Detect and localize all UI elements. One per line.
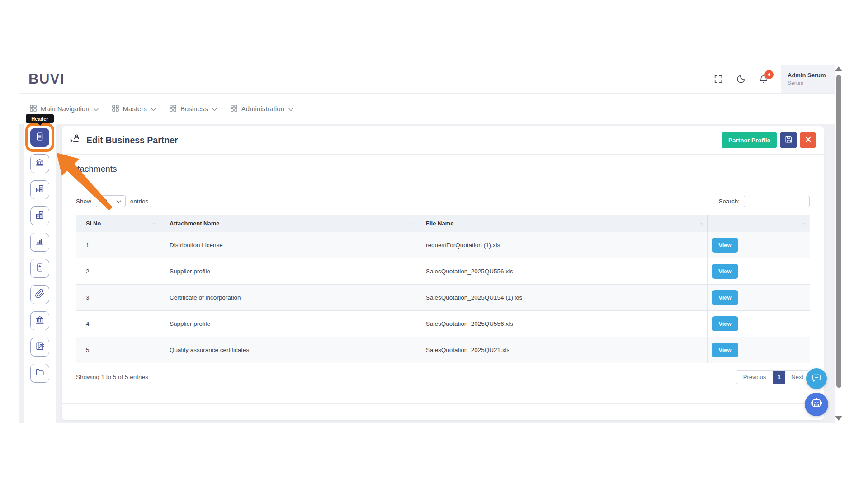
cell-attachment-name: Supplier profile [160,258,416,285]
pagination: Previous 1 Next [736,370,810,384]
robot-icon [810,397,823,412]
sidebar-item-company-2[interactable] [30,206,49,225]
screen: BUVI [0,0,868,488]
content-area: Edit Business Partner Partner Profile At… [19,124,835,423]
entries-label: entries [130,198,149,205]
topbar: BUVI [19,65,835,94]
nav-item-administration[interactable]: Administration [231,105,293,113]
table-row: 2 Supplier profile SalesQuotation_2025QU… [76,258,810,285]
page-size-select[interactable]: 10 [96,195,126,207]
cell-sl-no: 2 [76,258,160,285]
header-tooltip: Header [26,114,54,123]
search-input[interactable] [744,196,810,207]
partner-profile-button[interactable]: Partner Profile [722,132,777,148]
view-button[interactable]: View [712,290,738,305]
sidebar-item-contacts[interactable] [30,338,49,357]
save-button[interactable] [780,132,797,148]
table-row: 4 Supplier profile SalesQuotation_2025QU… [76,311,810,337]
topbar-icons: 4 [713,65,769,93]
tooltip-caret [38,122,43,126]
chevron-down-icon [116,198,121,205]
sidebar-item-bank-2[interactable] [30,311,49,330]
close-button[interactable] [800,132,816,148]
fullscreen-icon[interactable] [713,74,724,84]
view-button[interactable]: View [712,264,738,279]
nav-label: Masters [123,105,147,113]
buildings-icon [35,184,45,196]
nav-item-masters[interactable]: Masters [112,105,156,113]
chat-fab[interactable] [806,368,827,389]
bell-icon[interactable]: 4 [758,74,769,84]
attachments-table-wrap: SI No↑↓ Attachment Name↑↓ File Name↑↓ ↑↓… [76,215,810,363]
previous-page-button[interactable]: Previous [736,371,773,384]
entries-summary: Showing 1 to 5 of 5 entries [76,374,148,380]
sidebar-item-company[interactable] [30,180,49,199]
next-page-button[interactable]: Next [785,371,809,384]
table-header-row: SI No↑↓ Attachment Name↑↓ File Name↑↓ ↑↓ [76,215,810,232]
scrollbar-thumb[interactable] [836,75,841,388]
sidebar-item-card-plus[interactable] [30,259,49,278]
column-header-attachment-name[interactable]: Attachment Name↑↓ [160,215,416,232]
cell-file-name: SalesQuotation_2025QU21.xls [416,337,708,363]
nav-label: Business [180,105,208,113]
floppy-icon [784,135,793,145]
cell-sl-no: 4 [76,311,160,337]
x-icon [805,136,811,145]
attachments-table: SI No↑↓ Attachment Name↑↓ File Name↑↓ ↑↓… [76,215,810,363]
scrollbar-down-arrow[interactable] [835,416,842,421]
cell-sl-no: 5 [76,337,160,363]
grid-icon [112,105,119,113]
cell-sl-no: 1 [76,232,160,258]
cell-attachment-name: Certificate of incorporation [160,285,416,311]
card-plus-icon [35,263,45,274]
moon-icon[interactable] [736,74,746,84]
table-row: 5 Quality assurance certificates SalesQu… [76,337,810,363]
cell-file-name: requestForQuotation (1).xls [416,232,708,258]
address-book-icon [35,341,45,353]
column-header-file-name[interactable]: File Name↑↓ [416,215,708,232]
scrollbar-up-arrow[interactable] [835,66,842,71]
chevron-down-icon [288,105,293,113]
buildings-icon [35,210,45,222]
cell-file-name: SalesQuotation_2025QU556.xls [416,258,708,285]
paperclip-icon [35,289,45,300]
bank-icon [35,158,45,169]
nav-item-business[interactable]: Business [170,105,217,113]
show-label: Show [76,198,91,205]
grid-icon [231,105,237,113]
brand-logo: BUVI [28,71,65,87]
table-footer: Showing 1 to 5 of 5 entries Previous 1 N… [76,370,810,384]
table-controls: Show 10 entries Search: [76,195,810,207]
grid-icon [170,105,176,113]
sidebar-item-bank[interactable] [30,154,49,173]
sidebar-item-reports[interactable] [30,233,49,252]
page-title-wrap: Edit Business Partner [69,133,178,147]
current-page-button[interactable]: 1 [773,371,785,384]
sort-icon: ↑↓ [153,221,157,226]
sidebar-item-attachments[interactable] [30,285,49,304]
bank-icon [35,315,45,327]
sidebar-item-files[interactable] [30,364,49,383]
cell-attachment-name: Quality assurance certificates [160,337,416,363]
cell-attachment-name: Distribution License [160,232,416,258]
edit-business-partner-card: Edit Business Partner Partner Profile At… [62,126,824,420]
column-header-actions[interactable]: ↑↓ [708,215,810,232]
nav-item-main-navigation[interactable]: Main Navigation [30,105,99,113]
chevron-down-icon [151,105,156,113]
divider [62,403,824,404]
user-menu[interactable]: Admin Serum Serum [781,65,835,93]
search-label: Search: [718,198,740,205]
card-header: Edit Business Partner Partner Profile [62,126,824,155]
cell-file-name: SalesQuotation_2025QU556.xls [416,311,708,337]
column-header-sl-no[interactable]: SI No↑↓ [76,215,160,232]
table-row: 1 Distribution License requestForQuotati… [76,232,810,258]
view-button[interactable]: View [712,343,738,357]
header-actions: Partner Profile [722,132,816,148]
chat-bubble-icon [811,372,822,385]
page-title: Edit Business Partner [86,135,178,145]
chevron-down-icon [94,105,99,113]
robot-assistant-fab[interactable] [805,393,828,416]
sort-icon: ↑↓ [803,221,807,226]
view-button[interactable]: View [712,238,738,253]
view-button[interactable]: View [712,316,738,331]
